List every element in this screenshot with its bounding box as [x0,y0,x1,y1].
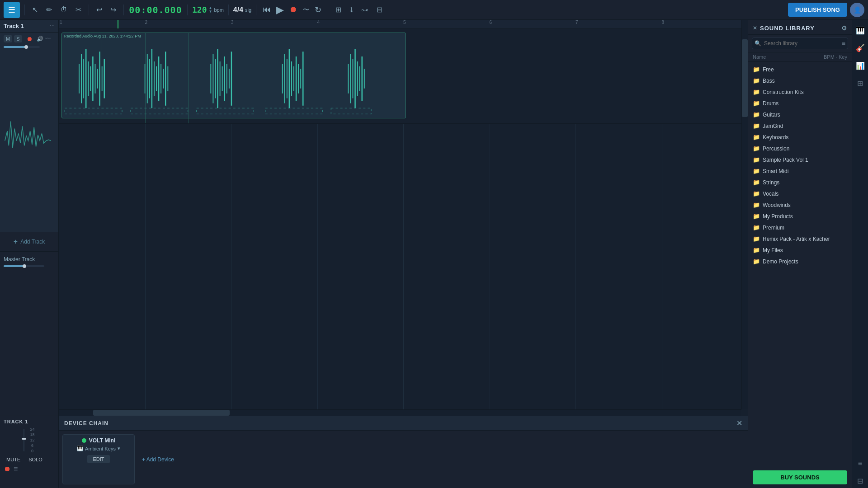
device-slot-volt-mini[interactable]: VOLT Mini 🎹 Ambient Keys ▾ EDIT [62,434,135,484]
user-avatar[interactable]: 👤 [850,3,864,17]
scroll-bottom-bar[interactable] [59,409,741,416]
lib-item[interactable]: 📁Guitars [748,109,852,120]
lib-item[interactable]: 📁Demo Projects [748,256,852,267]
pencil-tool[interactable]: ✏ [43,4,55,16]
lib-item[interactable]: 📁Drums [748,98,852,109]
ruler-mark-4: 4 [317,20,320,25]
far-right-bottom-btn1[interactable]: ≡ [855,457,865,470]
folder-icon: 📁 [753,77,760,84]
db-6: 6 [31,443,33,448]
track1-m-btn[interactable]: M [4,35,12,42]
lib-item[interactable]: 📁Strings [748,177,852,188]
skip-back-btn[interactable]: ⏮ [261,3,273,16]
lib-item-name: Guitars [763,112,780,118]
undo-btn[interactable]: ↩ [94,4,105,16]
lib-item[interactable]: 📁Woodwinds [748,199,852,211]
device-power-dot[interactable] [82,438,86,443]
toolbar: ☰ ↖ ✏ ⏱ ✂ ↩ ↪ 00:00.000 120 ▲ ▼ bpm 4/4 … [0,0,868,20]
bottom-mute-btn[interactable]: MUTE [4,456,23,463]
bpm-down[interactable]: ▼ [209,10,212,14]
master-volume-bar[interactable] [4,265,44,267]
loop-btn[interactable]: ↻ [313,3,323,17]
lib-filter-settings-btn[interactable]: ≡ [842,40,845,47]
record-btn[interactable]: ⏺ [288,3,299,16]
device-chain-body: VOLT Mini 🎹 Ambient Keys ▾ EDIT + Add De… [59,431,748,488]
lib-item[interactable]: 📁Construction Kits [748,86,852,98]
track1-lane[interactable]: Recorded Audio Aug 11, 2023, 1:44:22 PM [59,29,748,124]
publish-song-button[interactable]: PUBLISH SONG [788,3,847,17]
lib-item[interactable]: 📁My Products [748,211,852,222]
ruler-marks: 1 2 3 4 5 6 7 8 [59,20,748,28]
lib-item[interactable]: 📁Premium [748,222,852,233]
select-tool[interactable]: ↖ [29,4,41,16]
folder-icon: 📁 [753,122,760,129]
lib-item[interactable]: 📁Free [748,64,852,75]
lib-item[interactable]: 📁My Files [748,244,852,256]
lib-item-name: Keyboards [763,134,788,141]
track1-fx-icon[interactable]: 🔊 [37,36,43,42]
track1-record-btn[interactable]: ⏺ [24,34,35,43]
sig-value[interactable]: 4/4 [233,6,243,14]
folder-icon: 📁 [753,100,760,107]
far-right-panel: 🎹 🎸 📊 ⊞ ≡ ⊟ [852,20,868,488]
quantize-btn[interactable]: ⤵ [347,4,356,16]
plugin-grid-btn[interactable]: ⊟ [374,4,385,16]
lib-item[interactable]: 📁JamGrid [748,120,852,131]
lib-item[interactable]: 📁Keyboards [748,131,852,143]
menu-button[interactable]: ☰ [4,2,20,18]
far-right-piano-btn[interactable]: 🎹 [853,23,868,38]
cut-tool[interactable]: ✂ [73,4,84,16]
sig-label: sig [245,7,251,13]
wave-btn[interactable]: 〜 [301,4,311,16]
bottom-eq-icon[interactable]: ≡ [14,465,18,473]
ruler-mark-3: 3 [231,20,234,25]
lib-item[interactable]: 📁Sample Pack Vol 1 [748,154,852,165]
lib-item[interactable]: 📁Bass [748,75,852,86]
fader-handle[interactable] [22,438,26,440]
track1-volume-bar[interactable] [4,46,40,48]
play-btn[interactable]: ▶ [274,2,286,18]
track1-volume-knob[interactable] [24,45,28,49]
arrange-view[interactable]: 1 2 3 4 5 6 7 8 [59,20,748,416]
master-volume-knob[interactable] [23,264,26,268]
lib-item[interactable]: 📁Remix Pack - Artik x Kacher [748,233,852,244]
scroll-thumb-v[interactable] [742,39,748,117]
buy-sounds-btn[interactable]: BUY SOUNDS [753,470,847,484]
lib-item[interactable]: 📁Percussion [748,143,852,154]
clip-waveform [62,39,406,118]
lib-item[interactable]: 📁Vocals [748,188,852,199]
sound-lib-search-input[interactable] [752,38,848,49]
far-right-instrument-btn[interactable]: 🎸 [853,41,868,55]
far-right-bottom-btn2[interactable]: ⊟ [854,474,866,488]
far-right-pattern-btn[interactable]: ⊞ [854,76,866,90]
master-vol-row [4,265,55,267]
add-device-btn[interactable]: + Add Device [138,434,178,484]
empty-lanes[interactable] [59,124,748,409]
device-chain-close-btn[interactable]: ✕ [736,419,742,427]
bpm-value[interactable]: 120 [192,5,207,14]
folder-icon: 📁 [753,111,760,118]
lib-item[interactable]: 📁Smart Midi [748,165,852,177]
cpu-btn[interactable]: ⧟ [359,4,371,16]
track1-volume-fill [4,46,25,48]
redo-btn[interactable]: ↪ [108,4,119,16]
add-track-area[interactable]: + Add Track [0,232,58,252]
scroll-right-bar[interactable] [741,20,748,409]
device-edit-btn[interactable]: EDIT [87,455,109,463]
bottom-solo-btn[interactable]: SOLO [26,456,45,463]
bottom-record-icon[interactable]: ⏺ [4,465,11,473]
snap-align-btn[interactable]: ⊞ [333,4,344,16]
folder-icon: 📁 [753,235,760,242]
device-preset-row[interactable]: 🎹 Ambient Keys ▾ [77,446,120,451]
track-settings-icon[interactable]: ⋯ [50,23,55,29]
track1-auto-icon[interactable]: 〰 [45,36,51,42]
clock-tool[interactable]: ⏱ [57,4,70,16]
audio-clip-1[interactable]: Recorded Audio Aug 11, 2023, 1:44:22 PM [61,33,406,118]
scroll-thumb[interactable] [93,410,230,416]
sound-lib-filter-btn[interactable]: ⚙ [841,24,847,32]
main-layout: Track 1 ⋯ M S ⏺ 🔊 〰 [0,20,868,488]
ruler-mark-6: 6 [490,20,492,25]
folder-icon: 📁 [753,145,760,152]
far-right-eq-btn[interactable]: 📊 [853,59,868,73]
track1-s-btn[interactable]: S [14,35,22,42]
